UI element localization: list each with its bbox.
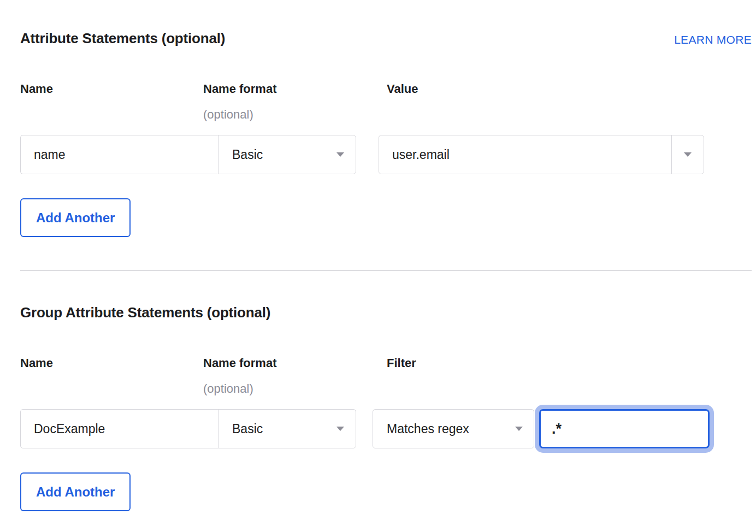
value-column-label: Value [387, 82, 756, 96]
attribute-name-input[interactable] [21, 135, 218, 174]
filter-type-selected-value: Matches regex [387, 422, 469, 436]
dropdown-arrow-icon [515, 427, 523, 431]
group-attribute-statement-row: Basic Matches regex [20, 409, 756, 448]
group-attribute-statements-title: Group Attribute Statements (optional) [20, 304, 270, 321]
section-divider [20, 270, 752, 271]
name-format-select[interactable]: Basic [218, 410, 356, 448]
group-attribute-statements-section: Group Attribute Statements (optional) Na… [20, 304, 756, 511]
value-combo-group [379, 135, 704, 174]
column-labels-row: Name Name format (optional) Filter [20, 356, 756, 396]
attribute-statement-row: Basic [20, 135, 756, 174]
attribute-statements-section: Attribute Statements (optional) LEARN MO… [20, 29, 756, 237]
column-labels-row: Name Name format (optional) Value [20, 82, 756, 122]
name-format-column-label: Name format [203, 82, 387, 96]
name-format-select[interactable]: Basic [218, 135, 356, 174]
name-column-label: Name [20, 356, 203, 370]
filter-type-select[interactable]: Matches regex [373, 409, 534, 448]
dropdown-arrow-icon [684, 152, 692, 157]
learn-more-link[interactable]: LEARN MORE [674, 33, 752, 47]
attribute-statements-title: Attribute Statements (optional) [20, 29, 225, 47]
section-header: Attribute Statements (optional) LEARN MO… [20, 29, 752, 47]
group-attribute-name-input[interactable] [21, 410, 218, 448]
dropdown-arrow-icon [336, 152, 344, 157]
name-format-column-label: Name format [203, 356, 387, 370]
add-another-attribute-button[interactable]: Add Another [20, 198, 131, 237]
name-column-label: Name [20, 82, 203, 96]
saml-attribute-statements-page: Attribute Statements (optional) LEARN MO… [0, 29, 756, 524]
add-another-group-attribute-button[interactable]: Add Another [20, 472, 131, 511]
name-and-format-group: Basic [20, 135, 356, 174]
name-format-optional-note: (optional) [203, 382, 387, 396]
name-format-optional-note: (optional) [203, 108, 387, 122]
name-format-selected-value: Basic [232, 147, 263, 162]
name-format-selected-value: Basic [232, 422, 263, 436]
name-and-format-group: Basic [20, 409, 356, 448]
filter-column-label: Filter [387, 356, 756, 370]
section-header: Group Attribute Statements (optional) [20, 304, 752, 321]
filter-regex-input[interactable] [539, 409, 710, 448]
dropdown-arrow-icon [336, 427, 344, 431]
attribute-value-input[interactable] [379, 135, 671, 174]
value-dropdown-toggle[interactable] [672, 135, 704, 174]
